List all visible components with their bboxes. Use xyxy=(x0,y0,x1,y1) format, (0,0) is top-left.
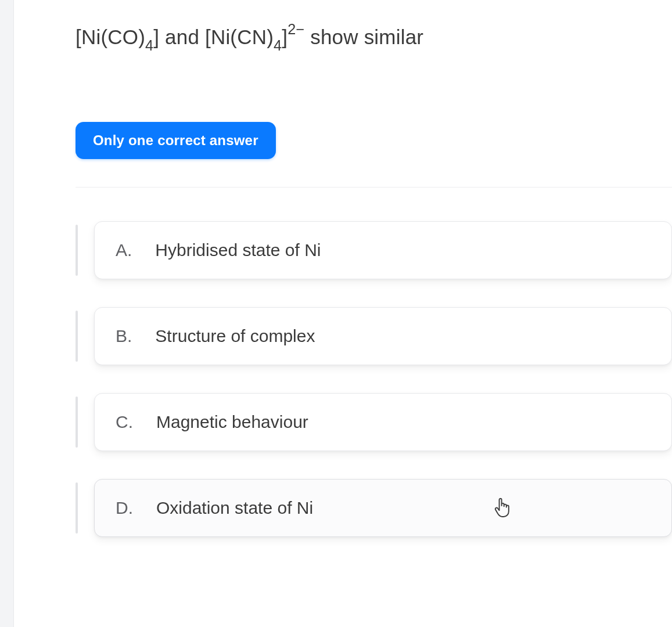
option-a-wrap: A. Hybridised state of Ni xyxy=(76,221,672,279)
option-b[interactable]: B. Structure of complex xyxy=(94,307,672,365)
option-c-wrap: C. Magnetic behaviour xyxy=(76,393,672,451)
question-text: [Ni(CO)4] and [Ni(CN)4]2− show similar xyxy=(76,23,672,52)
option-d[interactable]: D. Oxidation state of Ni xyxy=(94,479,672,537)
pointer-cursor-icon xyxy=(493,497,512,519)
option-c[interactable]: C. Magnetic behaviour xyxy=(94,393,672,451)
question-part: ] and [Ni(CN) xyxy=(153,26,274,48)
option-letter: A. xyxy=(116,240,132,260)
option-label: Magnetic behaviour xyxy=(156,412,308,432)
option-left-accent xyxy=(76,311,78,362)
question-part: ] xyxy=(282,26,288,48)
option-letter: D. xyxy=(116,498,133,518)
question-part: [Ni(CO) xyxy=(76,26,145,48)
divider xyxy=(76,187,672,188)
question-subscript-2: 4 xyxy=(274,37,282,53)
options-list: A. Hybridised state of Ni B. Structure o… xyxy=(76,221,672,537)
question-subscript-1: 4 xyxy=(145,37,153,53)
option-b-wrap: B. Structure of complex xyxy=(76,307,672,365)
option-left-accent xyxy=(76,397,78,448)
question-part: show similar xyxy=(304,26,423,48)
option-label: Oxidation state of Ni xyxy=(156,498,313,518)
option-letter: C. xyxy=(116,412,133,432)
option-left-accent xyxy=(76,482,78,534)
left-gutter xyxy=(0,0,14,627)
option-label: Hybridised state of Ni xyxy=(155,240,321,260)
option-a[interactable]: A. Hybridised state of Ni xyxy=(94,221,672,279)
option-left-accent xyxy=(76,225,78,276)
question-superscript: 2− xyxy=(288,21,304,37)
option-label: Structure of complex xyxy=(155,326,315,346)
option-letter: B. xyxy=(116,326,132,346)
option-d-wrap: D. Oxidation state of Ni xyxy=(76,479,672,537)
question-container: [Ni(CO)4] and [Ni(CN)4]2− show similar O… xyxy=(0,0,672,537)
answer-type-badge: Only one correct answer xyxy=(76,122,276,159)
